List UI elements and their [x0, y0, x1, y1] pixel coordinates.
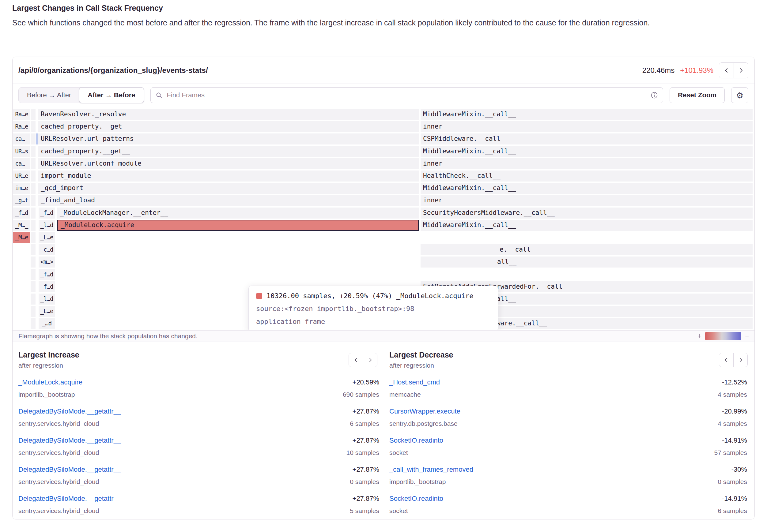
flame-frame[interactable]: Ra…e: [13, 121, 30, 132]
flame-frame[interactable]: [31, 109, 36, 120]
flame-frame[interactable]: _f…d: [13, 208, 30, 219]
flame-frame[interactable]: cached_property.__get__: [38, 121, 419, 132]
find-frames-input[interactable]: [166, 91, 647, 99]
flame-frame[interactable]: _ModuleLock.acquire: [57, 220, 419, 231]
flame-frame[interactable]: CSPMiddleware.__call__: [421, 133, 753, 144]
toggle-before-after[interactable]: Before → After: [19, 88, 79, 103]
reset-zoom-button[interactable]: Reset Zoom: [670, 87, 725, 103]
flame-frame[interactable]: _f…d: [39, 208, 55, 219]
increase-prev-button[interactable]: [349, 353, 363, 367]
flame-frame[interactable]: _L…e: [39, 306, 55, 317]
flame-frame[interactable]: [31, 170, 36, 182]
flame-frame[interactable]: im…e: [13, 183, 30, 194]
flame-frame[interactable]: MiddlewareMixin.__call__: [421, 109, 753, 120]
change-percent: -20.99%: [722, 405, 747, 418]
flame-frame[interactable]: UR…e: [13, 170, 30, 182]
flame-frame[interactable]: URLResolver.urlconf_module: [38, 158, 419, 169]
flame-frame[interactable]: MiddlewareMixin.__call__: [421, 220, 753, 231]
flame-frame[interactable]: inner: [421, 121, 753, 132]
flame-frame[interactable]: [31, 220, 36, 231]
function-link[interactable]: CursorWrapper.execute: [389, 405, 461, 418]
flame-frame[interactable]: _f…d: [39, 281, 55, 292]
next-endpoint-button[interactable]: [734, 63, 748, 78]
function-link[interactable]: DelegatedBySiloMode.__getattr__: [18, 463, 121, 476]
function-link[interactable]: SocketIO.readinto: [389, 493, 443, 505]
tooltip-sample-line: 10326.00 samples, +20.59% (47%) _ModuleL…: [256, 291, 491, 301]
flame-frame[interactable]: inner: [421, 195, 753, 206]
flame-frame[interactable]: [31, 306, 36, 317]
flame-frame[interactable]: ca…_: [13, 133, 30, 144]
flame-frame[interactable]: URLResolver.url_patterns: [38, 133, 419, 144]
flame-frame[interactable]: [31, 146, 36, 157]
flame-frame[interactable]: _M…_: [13, 220, 30, 231]
flame-frame[interactable]: [31, 195, 36, 206]
flame-frame[interactable]: [31, 269, 36, 280]
flame-frame[interactable]: cached_property.__get__: [38, 146, 419, 157]
function-link[interactable]: DelegatedBySiloMode.__getattr__: [18, 405, 121, 418]
flame-frame[interactable]: [31, 121, 36, 132]
flame-frame[interactable]: _l…d: [39, 220, 55, 231]
settings-button[interactable]: ⚙: [731, 87, 748, 103]
diff-color-legend: + −: [697, 332, 749, 340]
flame-frame[interactable]: _L…e: [39, 232, 55, 243]
flame-frame[interactable]: all__: [421, 257, 753, 268]
function-link[interactable]: DelegatedBySiloMode.__getattr__: [18, 493, 121, 505]
change-percent: +27.87%: [352, 405, 379, 418]
chevron-right-icon: [738, 68, 744, 73]
flame-frame[interactable]: Ra…e: [13, 109, 30, 120]
flame-frame[interactable]: [31, 133, 36, 144]
decrease-subtitle: after regression: [389, 361, 747, 370]
function-link[interactable]: SocketIO.readinto: [389, 434, 443, 447]
flame-frame[interactable]: [31, 257, 36, 268]
flame-frame[interactable]: _c…d: [39, 244, 55, 255]
flame-frame[interactable]: _find_and_load: [38, 195, 419, 206]
flame-frame[interactable]: _l…d: [39, 294, 55, 305]
decrease-next-button[interactable]: [733, 353, 747, 367]
flame-frame[interactable]: [31, 294, 36, 305]
flame-frame[interactable]: inner: [421, 158, 753, 169]
flame-frame[interactable]: RavenResolver._resolve: [38, 109, 419, 120]
package-name: importlib._bootstrap: [389, 476, 446, 488]
flame-frame[interactable]: _M…e: [13, 232, 30, 243]
increase-next-button[interactable]: [363, 353, 377, 367]
flame-frame[interactable]: _g…t: [13, 195, 30, 206]
flame-frame[interactable]: MiddlewareMixin.__call__: [421, 146, 753, 157]
flame-frame[interactable]: [31, 318, 36, 329]
toggle-after-before[interactable]: After → Before: [79, 87, 144, 103]
flame-frame[interactable]: _f…d: [39, 269, 55, 280]
flame-frame[interactable]: _gcd_import: [38, 183, 419, 194]
decrease-prev-button[interactable]: [719, 353, 733, 367]
flame-frame[interactable]: [31, 183, 36, 194]
list-item: _Host.send_cmd-12.52%memcache4 samples: [389, 376, 747, 401]
flame-frame[interactable]: _ModuleLockManager.__enter__: [57, 208, 419, 219]
function-link[interactable]: _call_with_frames_removed: [389, 463, 473, 476]
flame-frame[interactable]: import_module: [38, 170, 419, 182]
flame-frame[interactable]: [31, 281, 36, 292]
flame-frame[interactable]: [36, 133, 38, 144]
function-link[interactable]: _ModuleLock.acquire: [18, 376, 82, 388]
flame-frame[interactable]: _…d: [39, 318, 55, 329]
flame-frame[interactable]: MiddlewareMixin.__call__: [421, 183, 753, 194]
legend-minus-label: −: [745, 332, 749, 340]
function-link[interactable]: _Host.send_cmd: [389, 376, 440, 388]
previous-endpoint-button[interactable]: [719, 63, 734, 78]
flame-frame[interactable]: HealthCheck.__call__: [421, 170, 753, 182]
change-percent: -30%: [731, 463, 747, 476]
flame-frame[interactable]: SecurityHeadersMiddleware.__call__: [421, 208, 753, 219]
flame-frame[interactable]: UR…s: [13, 146, 30, 157]
flame-frame[interactable]: [31, 208, 36, 219]
change-percent: -14.91%: [722, 434, 747, 447]
flame-frame[interactable]: [31, 158, 36, 169]
flame-frame[interactable]: <m…>: [39, 257, 55, 268]
page-description: See which functions changed the most bef…: [12, 17, 726, 29]
flame-frame[interactable]: e.__call__: [421, 244, 753, 255]
flame-frame[interactable]: [31, 244, 36, 255]
function-link[interactable]: DelegatedBySiloMode.__getattr__: [18, 434, 121, 447]
duration-value: 220.46ms: [642, 66, 675, 75]
flamegraph: Ra…eRavenResolver._resolveMiddlewareMixi…: [13, 109, 754, 330]
flame-frame[interactable]: [31, 232, 36, 243]
flame-frame[interactable]: ca…_: [13, 158, 30, 169]
flamegraph-tooltip: 10326.00 samples, +20.59% (47%) _ModuleL…: [248, 286, 498, 330]
info-icon[interactable]: [651, 92, 658, 99]
change-lists: Largest Increase after regression _Modul…: [13, 342, 754, 519]
